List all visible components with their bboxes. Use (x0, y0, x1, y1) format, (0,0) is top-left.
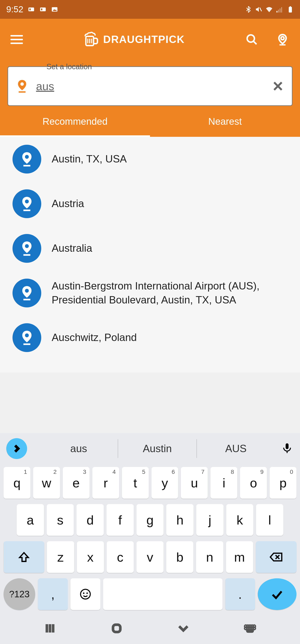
svg-rect-12 (290, 6, 291, 7)
tab-recommended[interactable]: Recommended (0, 106, 150, 137)
key-j[interactable]: j (196, 504, 224, 536)
nav-recents[interactable] (43, 621, 57, 636)
svg-rect-11 (289, 7, 292, 12)
svg-point-41 (86, 592, 88, 594)
svg-rect-0 (28, 8, 34, 11)
key-enter[interactable] (258, 578, 297, 610)
svg-point-25 (25, 155, 29, 159)
key-p[interactable]: p0 (270, 467, 297, 499)
candidate-2[interactable]: Austin (118, 439, 196, 458)
key-row-3: zxcvbnm (0, 538, 300, 576)
key-z[interactable]: z (47, 541, 74, 573)
beer-logo-icon (83, 32, 99, 47)
svg-rect-2 (40, 8, 46, 11)
location-input[interactable] (36, 80, 264, 92)
key-row-1: q1w2e3r4t5y6u7i8o9p0 (0, 464, 300, 501)
svg-point-27 (25, 200, 29, 204)
nav-back[interactable] (176, 621, 191, 636)
svg-rect-7 (277, 11, 278, 13)
svg-rect-9 (280, 8, 281, 13)
key-space[interactable] (103, 578, 223, 610)
key-v[interactable]: v (136, 541, 164, 573)
pin-icon (12, 323, 41, 352)
svg-point-40 (83, 592, 84, 594)
pin-icon (16, 79, 28, 93)
suggestion-item[interactable]: Austin-Bergstrom International Airport (… (0, 271, 300, 315)
notif-icon-2 (39, 6, 47, 13)
app-brand: DRAUGHTPICK (32, 32, 236, 47)
battery-icon (286, 6, 294, 13)
key-emoji[interactable] (70, 578, 100, 610)
nav-keyboard-switcher[interactable] (243, 621, 257, 636)
key-c[interactable]: c (107, 541, 134, 573)
key-k[interactable]: k (226, 504, 254, 536)
field-label: Set a location (43, 62, 95, 71)
key-symbols[interactable]: ?123 (3, 578, 35, 610)
key-x[interactable]: x (77, 541, 104, 573)
key-n[interactable]: n (196, 541, 223, 573)
app-header: DRAUGHTPICK (0, 19, 300, 60)
wifi-icon (266, 6, 273, 13)
expand-candidates-button[interactable] (6, 438, 27, 459)
key-g[interactable]: g (136, 504, 164, 536)
search-button[interactable] (245, 32, 259, 46)
key-s[interactable]: s (47, 504, 74, 536)
key-h[interactable]: h (166, 504, 194, 536)
key-m[interactable]: m (226, 541, 253, 573)
key-y[interactable]: y6 (151, 467, 178, 499)
svg-line-18 (254, 41, 257, 44)
suggestion-label: Austin, TX, USA (52, 152, 127, 166)
svg-line-6 (260, 8, 262, 11)
svg-point-31 (25, 289, 29, 293)
key-t[interactable]: t5 (122, 467, 149, 499)
key-u[interactable]: u7 (181, 467, 208, 499)
svg-rect-8 (278, 10, 279, 13)
key-period[interactable]: . (225, 578, 255, 610)
svg-point-55 (254, 628, 255, 629)
key-w[interactable]: w2 (33, 467, 60, 499)
svg-point-29 (25, 244, 29, 248)
key-shift[interactable] (3, 541, 44, 573)
suggestion-label: Austin-Bergstrom International Airport (… (52, 279, 288, 307)
suggestion-label: Australia (52, 241, 92, 256)
pin-icon (12, 234, 41, 263)
svg-rect-10 (281, 7, 282, 13)
location-button[interactable] (276, 32, 290, 46)
candidate-3[interactable]: AUS (196, 439, 275, 458)
key-i[interactable]: i8 (210, 467, 237, 499)
mute-icon (255, 6, 263, 13)
svg-rect-56 (248, 630, 253, 632)
key-d[interactable]: d (76, 504, 104, 536)
status-clock: 9:52 (6, 4, 23, 14)
menu-button[interactable] (10, 33, 24, 46)
suggestion-item[interactable]: Australia (0, 226, 300, 271)
key-q[interactable]: q1 (3, 467, 30, 499)
system-navbar (0, 613, 300, 644)
tab-nearest[interactable]: Nearest (150, 106, 300, 137)
pin-icon (12, 278, 41, 308)
svg-point-19 (281, 37, 284, 40)
bluetooth-icon (245, 6, 252, 13)
mic-button[interactable] (281, 442, 294, 455)
key-f[interactable]: f (106, 504, 134, 536)
location-field[interactable]: Set a location (7, 66, 293, 106)
svg-point-21 (20, 82, 24, 86)
suggestion-item[interactable]: Austin, TX, USA (0, 137, 300, 182)
nav-home[interactable] (109, 621, 124, 636)
key-l[interactable]: l (256, 504, 283, 536)
pin-icon (12, 189, 41, 218)
key-b[interactable]: b (166, 541, 193, 573)
key-o[interactable]: o9 (240, 467, 267, 499)
suggestion-item[interactable]: Austria (0, 182, 300, 226)
svg-point-17 (247, 35, 254, 42)
key-e[interactable]: e3 (63, 467, 90, 499)
key-r[interactable]: r4 (92, 467, 119, 499)
key-comma[interactable]: , (38, 578, 68, 610)
svg-rect-35 (286, 444, 289, 449)
key-a[interactable]: a (17, 504, 44, 536)
key-backspace[interactable] (256, 541, 297, 573)
candidate-1[interactable]: aus (39, 439, 118, 458)
clear-icon[interactable] (272, 80, 284, 92)
tabs: Recommended Nearest (0, 106, 300, 137)
suggestion-item[interactable]: Auschwitz, Poland (0, 315, 300, 360)
